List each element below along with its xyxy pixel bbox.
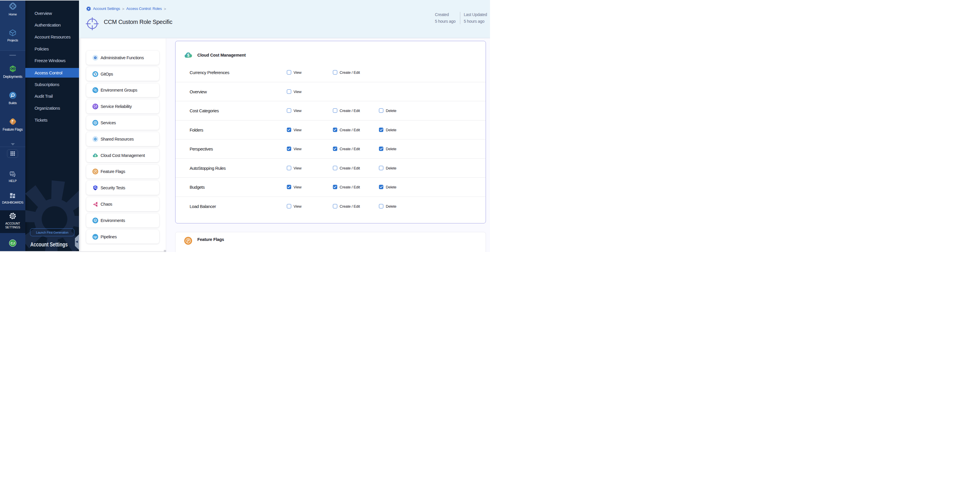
svg-text:$: $ <box>94 154 96 157</box>
svg-text:?: ? <box>11 172 13 175</box>
svg-text:$: $ <box>187 53 189 57</box>
